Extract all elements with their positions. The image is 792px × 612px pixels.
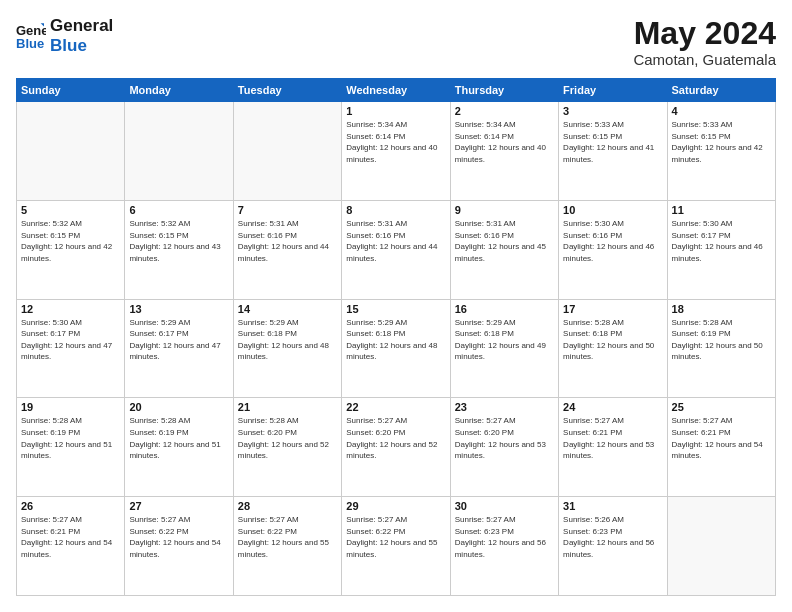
- day-info: Sunrise: 5:33 AMSunset: 6:15 PMDaylight:…: [672, 119, 771, 165]
- calendar-day-cell: 26Sunrise: 5:27 AMSunset: 6:21 PMDayligh…: [17, 497, 125, 596]
- day-info: Sunrise: 5:28 AMSunset: 6:20 PMDaylight:…: [238, 415, 337, 461]
- day-info: Sunrise: 5:27 AMSunset: 6:23 PMDaylight:…: [455, 514, 554, 560]
- calendar-day-cell: 1Sunrise: 5:34 AMSunset: 6:14 PMDaylight…: [342, 102, 450, 201]
- day-number: 20: [129, 401, 228, 413]
- calendar-day-cell: [125, 102, 233, 201]
- day-info: Sunrise: 5:27 AMSunset: 6:21 PMDaylight:…: [21, 514, 120, 560]
- day-number: 5: [21, 204, 120, 216]
- day-number: 29: [346, 500, 445, 512]
- calendar-day-header: Friday: [559, 79, 667, 102]
- logo-text-block: General Blue: [50, 16, 113, 55]
- day-number: 8: [346, 204, 445, 216]
- calendar-day-cell: 18Sunrise: 5:28 AMSunset: 6:19 PMDayligh…: [667, 299, 775, 398]
- calendar-day-cell: 20Sunrise: 5:28 AMSunset: 6:19 PMDayligh…: [125, 398, 233, 497]
- calendar-day-cell: 16Sunrise: 5:29 AMSunset: 6:18 PMDayligh…: [450, 299, 558, 398]
- calendar-day-cell: 4Sunrise: 5:33 AMSunset: 6:15 PMDaylight…: [667, 102, 775, 201]
- day-number: 24: [563, 401, 662, 413]
- day-number: 10: [563, 204, 662, 216]
- day-number: 9: [455, 204, 554, 216]
- day-info: Sunrise: 5:28 AMSunset: 6:19 PMDaylight:…: [21, 415, 120, 461]
- day-info: Sunrise: 5:33 AMSunset: 6:15 PMDaylight:…: [563, 119, 662, 165]
- day-number: 16: [455, 303, 554, 315]
- day-info: Sunrise: 5:27 AMSunset: 6:22 PMDaylight:…: [238, 514, 337, 560]
- day-number: 30: [455, 500, 554, 512]
- day-info: Sunrise: 5:27 AMSunset: 6:20 PMDaylight:…: [346, 415, 445, 461]
- day-number: 1: [346, 105, 445, 117]
- day-info: Sunrise: 5:27 AMSunset: 6:20 PMDaylight:…: [455, 415, 554, 461]
- day-info: Sunrise: 5:29 AMSunset: 6:18 PMDaylight:…: [346, 317, 445, 363]
- day-number: 25: [672, 401, 771, 413]
- calendar-day-cell: 25Sunrise: 5:27 AMSunset: 6:21 PMDayligh…: [667, 398, 775, 497]
- day-number: 4: [672, 105, 771, 117]
- day-info: Sunrise: 5:27 AMSunset: 6:21 PMDaylight:…: [672, 415, 771, 461]
- day-number: 31: [563, 500, 662, 512]
- day-info: Sunrise: 5:31 AMSunset: 6:16 PMDaylight:…: [455, 218, 554, 264]
- calendar-day-cell: [667, 497, 775, 596]
- calendar-week-row: 26Sunrise: 5:27 AMSunset: 6:21 PMDayligh…: [17, 497, 776, 596]
- calendar-day-cell: 10Sunrise: 5:30 AMSunset: 6:16 PMDayligh…: [559, 200, 667, 299]
- day-info: Sunrise: 5:29 AMSunset: 6:17 PMDaylight:…: [129, 317, 228, 363]
- day-number: 3: [563, 105, 662, 117]
- calendar-day-cell: 12Sunrise: 5:30 AMSunset: 6:17 PMDayligh…: [17, 299, 125, 398]
- day-info: Sunrise: 5:31 AMSunset: 6:16 PMDaylight:…: [346, 218, 445, 264]
- calendar-day-header: Monday: [125, 79, 233, 102]
- day-number: 27: [129, 500, 228, 512]
- title-block: May 2024 Camotan, Guatemala: [633, 16, 776, 68]
- calendar-day-cell: 28Sunrise: 5:27 AMSunset: 6:22 PMDayligh…: [233, 497, 341, 596]
- calendar-week-row: 19Sunrise: 5:28 AMSunset: 6:19 PMDayligh…: [17, 398, 776, 497]
- calendar-day-cell: 9Sunrise: 5:31 AMSunset: 6:16 PMDaylight…: [450, 200, 558, 299]
- day-number: 2: [455, 105, 554, 117]
- subtitle: Camotan, Guatemala: [633, 51, 776, 68]
- day-number: 17: [563, 303, 662, 315]
- svg-text:Blue: Blue: [16, 36, 44, 51]
- day-number: 22: [346, 401, 445, 413]
- day-number: 23: [455, 401, 554, 413]
- calendar-day-cell: 24Sunrise: 5:27 AMSunset: 6:21 PMDayligh…: [559, 398, 667, 497]
- day-info: Sunrise: 5:32 AMSunset: 6:15 PMDaylight:…: [21, 218, 120, 264]
- header: General Blue General Blue May 2024 Camot…: [16, 16, 776, 68]
- day-number: 13: [129, 303, 228, 315]
- calendar-day-cell: 13Sunrise: 5:29 AMSunset: 6:17 PMDayligh…: [125, 299, 233, 398]
- calendar-day-cell: 6Sunrise: 5:32 AMSunset: 6:15 PMDaylight…: [125, 200, 233, 299]
- calendar-day-cell: 14Sunrise: 5:29 AMSunset: 6:18 PMDayligh…: [233, 299, 341, 398]
- logo-general: General: [50, 16, 113, 36]
- calendar-day-header: Saturday: [667, 79, 775, 102]
- day-info: Sunrise: 5:31 AMSunset: 6:16 PMDaylight:…: [238, 218, 337, 264]
- day-info: Sunrise: 5:28 AMSunset: 6:19 PMDaylight:…: [672, 317, 771, 363]
- calendar-day-cell: 29Sunrise: 5:27 AMSunset: 6:22 PMDayligh…: [342, 497, 450, 596]
- calendar-day-cell: 31Sunrise: 5:26 AMSunset: 6:23 PMDayligh…: [559, 497, 667, 596]
- calendar-day-cell: 7Sunrise: 5:31 AMSunset: 6:16 PMDaylight…: [233, 200, 341, 299]
- logo-icon: General Blue: [16, 21, 46, 51]
- day-number: 19: [21, 401, 120, 413]
- day-number: 26: [21, 500, 120, 512]
- day-info: Sunrise: 5:30 AMSunset: 6:17 PMDaylight:…: [21, 317, 120, 363]
- calendar-day-header: Tuesday: [233, 79, 341, 102]
- day-number: 11: [672, 204, 771, 216]
- calendar-day-cell: [17, 102, 125, 201]
- day-number: 21: [238, 401, 337, 413]
- day-info: Sunrise: 5:28 AMSunset: 6:19 PMDaylight:…: [129, 415, 228, 461]
- calendar-header-row: SundayMondayTuesdayWednesdayThursdayFrid…: [17, 79, 776, 102]
- calendar-day-cell: [233, 102, 341, 201]
- day-number: 6: [129, 204, 228, 216]
- calendar-day-cell: 19Sunrise: 5:28 AMSunset: 6:19 PMDayligh…: [17, 398, 125, 497]
- calendar-day-header: Thursday: [450, 79, 558, 102]
- calendar-day-cell: 22Sunrise: 5:27 AMSunset: 6:20 PMDayligh…: [342, 398, 450, 497]
- day-info: Sunrise: 5:34 AMSunset: 6:14 PMDaylight:…: [346, 119, 445, 165]
- day-info: Sunrise: 5:30 AMSunset: 6:17 PMDaylight:…: [672, 218, 771, 264]
- calendar-week-row: 5Sunrise: 5:32 AMSunset: 6:15 PMDaylight…: [17, 200, 776, 299]
- calendar-day-header: Sunday: [17, 79, 125, 102]
- calendar-day-cell: 3Sunrise: 5:33 AMSunset: 6:15 PMDaylight…: [559, 102, 667, 201]
- calendar-day-cell: 2Sunrise: 5:34 AMSunset: 6:14 PMDaylight…: [450, 102, 558, 201]
- day-number: 7: [238, 204, 337, 216]
- calendar-day-cell: 5Sunrise: 5:32 AMSunset: 6:15 PMDaylight…: [17, 200, 125, 299]
- day-info: Sunrise: 5:34 AMSunset: 6:14 PMDaylight:…: [455, 119, 554, 165]
- calendar-day-cell: 15Sunrise: 5:29 AMSunset: 6:18 PMDayligh…: [342, 299, 450, 398]
- day-info: Sunrise: 5:27 AMSunset: 6:22 PMDaylight:…: [346, 514, 445, 560]
- day-number: 14: [238, 303, 337, 315]
- calendar-page: General Blue General Blue May 2024 Camot…: [0, 0, 792, 612]
- calendar-day-cell: 17Sunrise: 5:28 AMSunset: 6:18 PMDayligh…: [559, 299, 667, 398]
- calendar-day-cell: 23Sunrise: 5:27 AMSunset: 6:20 PMDayligh…: [450, 398, 558, 497]
- calendar-day-header: Wednesday: [342, 79, 450, 102]
- calendar-week-row: 1Sunrise: 5:34 AMSunset: 6:14 PMDaylight…: [17, 102, 776, 201]
